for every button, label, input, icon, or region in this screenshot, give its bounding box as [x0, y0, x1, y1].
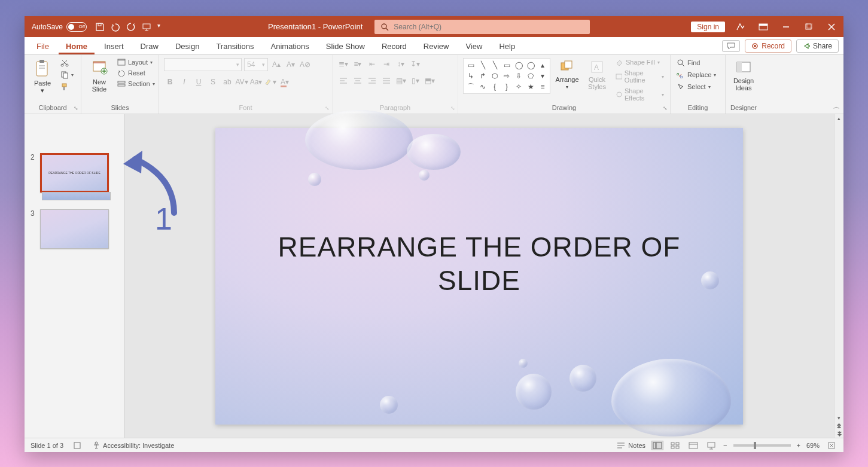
tab-insert[interactable]: Insert — [97, 38, 131, 54]
line-spacing-button[interactable]: ↕▾ — [395, 58, 407, 70]
font-family-select[interactable]: ▾ — [164, 58, 242, 71]
shapes-gallery[interactable]: ▭╲╲▭◯◯▴ ↳↱⬡⇨⇩⬠▾ ⌒∿{}✧★≡ — [463, 58, 550, 94]
find-button[interactable]: Find — [675, 58, 717, 68]
minimize-button[interactable] — [779, 20, 793, 34]
tab-review[interactable]: Review — [416, 38, 456, 54]
collapse-ribbon-icon[interactable]: ︿ — [833, 102, 840, 111]
zoom-slider[interactable] — [733, 444, 791, 447]
autosave-toggle[interactable]: AutoSave Off — [32, 22, 87, 32]
slide-canvas[interactable]: REARRANGE THE ORDER OF SLIDE — [215, 128, 743, 425]
shape-effects-button[interactable]: Shape Effects▾ — [614, 87, 665, 102]
slide-sorter-button[interactable] — [669, 441, 681, 450]
tab-design[interactable]: Design — [168, 38, 206, 54]
tab-slideshow[interactable]: Slide Show — [319, 38, 372, 54]
sign-in-button[interactable]: Sign in — [691, 22, 725, 32]
font-size-select[interactable]: 54▾ — [244, 58, 268, 71]
fit-to-window-button[interactable] — [826, 441, 837, 450]
dialog-launcher-icon[interactable]: ⤡ — [663, 105, 668, 111]
highlight-button[interactable]: ▾ — [264, 76, 276, 88]
save-icon[interactable] — [95, 22, 105, 32]
undo-icon[interactable] — [111, 22, 120, 32]
section-button[interactable]: Section▾ — [116, 80, 156, 88]
comments-button[interactable] — [722, 40, 740, 52]
cut-button[interactable] — [59, 58, 75, 68]
prev-slide-icon[interactable]: ⯭ — [836, 422, 843, 430]
tab-animations[interactable]: Animations — [264, 38, 316, 54]
tab-home[interactable]: Home — [59, 38, 95, 54]
text-direction-button[interactable]: ↧▾ — [409, 58, 421, 70]
vertical-scrollbar[interactable]: ▴ ▾ ⯭ ⯯ — [834, 114, 843, 438]
record-button[interactable]: Record — [745, 39, 791, 53]
normal-view-button[interactable] — [651, 441, 663, 450]
underline-button[interactable]: U — [193, 76, 205, 88]
arrange-button[interactable]: Arrange▾ — [554, 58, 580, 91]
new-slide-button[interactable]: New Slide — [86, 58, 112, 94]
select-button[interactable]: Select▾ — [675, 82, 717, 91]
redo-icon[interactable] — [126, 22, 136, 32]
numbering-button[interactable]: ≡▾ — [352, 58, 364, 70]
ribbon-display-icon[interactable] — [756, 20, 770, 34]
bold-button[interactable]: B — [164, 76, 176, 88]
dialog-launcher-icon[interactable]: ⤡ — [74, 105, 78, 111]
increase-indent-button[interactable]: ⇥ — [380, 58, 392, 70]
scroll-down-icon[interactable]: ▾ — [836, 414, 842, 422]
slide-position[interactable]: Slide 1 of 3 — [31, 442, 63, 449]
close-button[interactable] — [824, 20, 839, 34]
align-text-button[interactable]: ▯▾ — [409, 75, 421, 87]
slideshow-view-button[interactable] — [705, 441, 717, 450]
accessibility-status[interactable]: Accessibility: Investigate — [92, 441, 174, 450]
coming-soon-icon[interactable] — [733, 20, 748, 34]
align-left-button[interactable] — [337, 75, 349, 87]
decrease-indent-button[interactable]: ⇤ — [366, 58, 378, 70]
shape-fill-button[interactable]: Shape Fill▾ — [614, 58, 665, 66]
shape-textbox-icon[interactable]: ▭ — [465, 60, 476, 70]
slide-title[interactable]: REARRANGE THE ORDER OF SLIDE — [278, 231, 681, 297]
tab-draw[interactable]: Draw — [133, 38, 166, 54]
thumbnail-slide-3[interactable] — [40, 209, 109, 249]
dialog-launcher-icon[interactable]: ⤡ — [325, 105, 330, 111]
layout-button[interactable]: Layout▾ — [116, 58, 156, 66]
reading-view-button[interactable] — [687, 441, 699, 450]
maximize-button[interactable] — [802, 20, 816, 34]
tab-record[interactable]: Record — [374, 38, 414, 54]
justify-button[interactable] — [380, 75, 392, 87]
strike-button[interactable]: S — [207, 76, 219, 88]
qat-customize-icon[interactable]: ▾ — [157, 22, 167, 32]
tab-file[interactable]: File — [29, 38, 56, 54]
bullets-button[interactable]: ≣▾ — [337, 58, 349, 70]
change-case-button[interactable]: Aa▾ — [250, 76, 262, 88]
zoom-out-button[interactable]: − — [723, 442, 727, 449]
search-input[interactable] — [394, 23, 584, 31]
align-center-button[interactable] — [352, 75, 364, 87]
next-slide-icon[interactable]: ⯯ — [836, 430, 843, 438]
increase-font-icon[interactable]: A▴ — [270, 59, 282, 71]
quick-styles-button[interactable]: A Quick Styles — [584, 58, 610, 91]
share-button[interactable]: Share — [796, 39, 839, 53]
design-ideas-button[interactable]: Design Ideas — [730, 58, 757, 93]
italic-button[interactable]: I — [178, 76, 190, 88]
format-painter-button[interactable] — [59, 82, 75, 91]
columns-button[interactable]: ▤▾ — [395, 75, 407, 87]
scroll-up-icon[interactable]: ▴ — [836, 114, 842, 123]
replace-button[interactable]: abReplace▾ — [675, 70, 717, 80]
dialog-launcher-icon[interactable]: ⤡ — [450, 105, 455, 111]
search-box[interactable] — [374, 20, 590, 34]
zoom-level[interactable]: 69% — [806, 442, 820, 449]
reset-button[interactable]: Reset — [116, 69, 156, 77]
copy-button[interactable]: ▾ — [59, 70, 75, 80]
spellcheck-icon[interactable] — [72, 441, 84, 450]
font-color-button[interactable]: A▾ — [279, 76, 291, 88]
shape-outline-button[interactable]: Shape Outline▾ — [614, 69, 665, 84]
char-spacing-button[interactable]: AV▾ — [236, 76, 248, 88]
tab-help[interactable]: Help — [492, 38, 522, 54]
notes-button[interactable]: Notes — [616, 442, 645, 449]
thumbnail-slide-2[interactable]: REARRANGE THE ORDER OF SLIDE — [40, 153, 109, 193]
paste-button[interactable]: Paste▾ — [29, 58, 56, 95]
align-right-button[interactable] — [366, 75, 378, 87]
zoom-in-button[interactable]: + — [797, 442, 800, 449]
tab-view[interactable]: View — [458, 38, 489, 54]
slideshow-from-start-icon[interactable] — [142, 22, 151, 32]
slide-canvas-area[interactable]: REARRANGE THE ORDER OF SLIDE — [124, 114, 834, 438]
smartart-convert-button[interactable]: ⬒▾ — [424, 75, 435, 87]
scroll-track[interactable] — [835, 123, 843, 414]
